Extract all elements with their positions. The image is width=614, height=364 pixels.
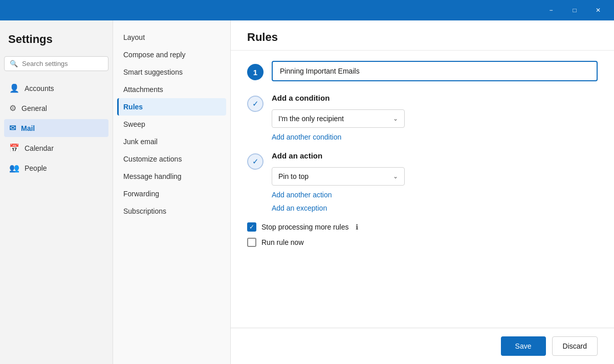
action-check-icon: ✓: [247, 153, 264, 170]
sidebar-item-general[interactable]: ⚙ General: [4, 99, 108, 117]
sidebar-item-calendar-label: Calendar: [25, 144, 54, 152]
middle-item-layout[interactable]: Layout: [117, 29, 226, 46]
rule-name-row: 1: [247, 61, 598, 81]
general-icon: ⚙: [9, 103, 16, 113]
add-exception-link[interactable]: Add an exception: [272, 204, 598, 212]
search-box[interactable]: 🔍: [4, 56, 108, 71]
info-icon[interactable]: ℹ: [356, 223, 358, 231]
middle-item-sweep[interactable]: Sweep: [117, 116, 226, 133]
middle-panel: Layout Compose and reply Smart suggestio…: [113, 20, 230, 364]
main-content: Rules 1 ✓ Add a condition I'm the only r…: [230, 20, 614, 364]
action-content: Add an action Pin to top ⌄ Add another a…: [272, 151, 598, 212]
sidebar-item-general-label: General: [21, 104, 47, 112]
stop-processing-label: Stop processing more rules: [261, 223, 348, 231]
add-action-link[interactable]: Add another action: [272, 191, 598, 199]
chevron-down-icon: ⌄: [393, 115, 398, 122]
page-title: Rules: [247, 31, 598, 44]
condition-check-icon: ✓: [247, 96, 264, 112]
main-header: Rules: [231, 20, 614, 51]
mail-icon: ✉: [9, 123, 16, 133]
sidebar-item-calendar[interactable]: 📅 Calendar: [4, 139, 108, 157]
rule-name-input[interactable]: [272, 61, 598, 81]
maximize-button[interactable]: □: [563, 0, 586, 20]
app-body: Settings 🔍 👤 Accounts ⚙ General ✉ Mail 📅…: [0, 20, 614, 364]
middle-item-message[interactable]: Message handling: [117, 168, 226, 185]
condition-content: Add a condition I'm the only recipient ⌄…: [272, 94, 598, 141]
middle-item-forwarding[interactable]: Forwarding: [117, 185, 226, 202]
condition-dropdown[interactable]: I'm the only recipient ⌄: [272, 109, 405, 128]
sidebar-item-people-label: People: [25, 164, 47, 172]
action-value: Pin to top: [278, 172, 309, 180]
middle-item-junk[interactable]: Junk email: [117, 133, 226, 150]
sidebar-item-accounts[interactable]: 👤 Accounts: [4, 79, 108, 97]
step-badge: 1: [247, 64, 264, 80]
stop-processing-checkbox[interactable]: ✓: [247, 222, 256, 232]
accounts-icon: 👤: [9, 83, 19, 93]
people-icon: 👥: [9, 163, 19, 173]
middle-item-subscriptions[interactable]: Subscriptions: [117, 202, 226, 220]
condition-section: ✓ Add a condition I'm the only recipient…: [247, 94, 598, 141]
discard-button[interactable]: Discard: [552, 336, 598, 356]
sidebar: Settings 🔍 👤 Accounts ⚙ General ✉ Mail 📅…: [0, 20, 113, 364]
action-section: ✓ Add an action Pin to top ⌄ Add another…: [247, 151, 598, 212]
titlebar: − □ ✕: [0, 0, 614, 20]
middle-item-compose[interactable]: Compose and reply: [117, 46, 226, 63]
add-condition-link[interactable]: Add another condition: [272, 133, 598, 141]
run-rule-label: Run rule now: [261, 238, 304, 246]
main-body: 1 ✓ Add a condition I'm the only recipie…: [231, 51, 614, 328]
middle-item-attachments[interactable]: Attachments: [117, 81, 226, 98]
sidebar-title: Settings: [4, 29, 108, 54]
condition-value: I'm the only recipient: [278, 115, 344, 123]
action-label: Add an action: [272, 151, 598, 160]
stop-processing-row: ✓ Stop processing more rules ℹ: [247, 222, 598, 232]
main-footer: Save Discard: [231, 328, 614, 364]
middle-item-smart[interactable]: Smart suggestions: [117, 63, 226, 81]
sidebar-item-accounts-label: Accounts: [25, 84, 54, 93]
middle-item-customize[interactable]: Customize actions: [117, 150, 226, 168]
save-button[interactable]: Save: [501, 336, 546, 356]
search-input[interactable]: [22, 60, 103, 67]
condition-label: Add a condition: [272, 94, 598, 102]
middle-item-rules[interactable]: Rules: [117, 98, 226, 116]
sidebar-item-people[interactable]: 👥 People: [4, 159, 108, 177]
action-dropdown[interactable]: Pin to top ⌄: [272, 167, 405, 186]
close-button[interactable]: ✕: [586, 0, 610, 20]
run-rule-row: Run rule now: [247, 238, 598, 247]
sidebar-item-mail-label: Mail: [21, 124, 35, 132]
search-icon: 🔍: [10, 60, 18, 67]
action-chevron-icon: ⌄: [393, 173, 398, 180]
sidebar-item-mail[interactable]: ✉ Mail: [4, 119, 108, 137]
calendar-icon: 📅: [9, 143, 19, 153]
minimize-button[interactable]: −: [539, 0, 563, 20]
run-rule-checkbox[interactable]: [247, 238, 256, 247]
